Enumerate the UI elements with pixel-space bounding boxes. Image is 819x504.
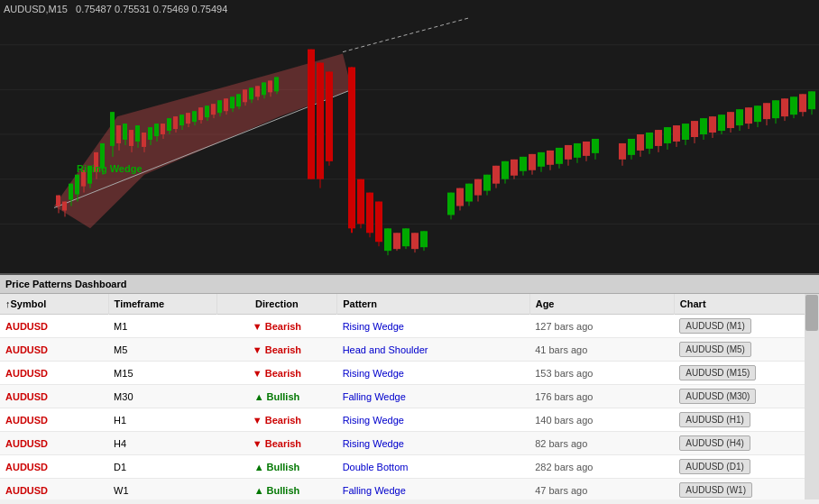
cell-symbol: AUDUSD [0,385,108,408]
svg-rect-50 [186,113,190,124]
cell-pattern: Rising Wedge [337,315,530,338]
svg-rect-74 [262,82,266,95]
chart-button[interactable]: AUDUSD (H4) [679,435,750,451]
cell-chart[interactable]: AUDUSD (M1) [674,315,818,338]
col-symbol[interactable]: ↑Symbol [0,294,108,315]
svg-rect-156 [700,118,707,134]
svg-rect-142 [637,134,644,151]
cell-symbol: AUDUSD [0,408,108,432]
cell-timeframe: M5 [108,338,216,362]
svg-rect-48 [179,115,184,125]
cell-chart[interactable]: AUDUSD (D1) [674,455,818,479]
cell-chart[interactable]: AUDUSD (H1) [674,408,818,432]
cell-age: 282 bars ago [529,455,674,479]
svg-rect-30 [123,124,127,140]
svg-rect-152 [682,124,689,140]
svg-rect-90 [366,193,373,234]
table-row: AUDUSD M15 ▼ Bearish Rising Wedge 153 ba… [0,362,819,385]
chart-header: AUDUSD,M15 0.75487 0.75531 0.75469 0.754… [4,4,227,14]
cell-symbol: AUDUSD [0,362,108,385]
col-timeframe[interactable]: Timeframe [108,294,216,315]
svg-rect-138 [619,143,626,160]
cell-chart[interactable]: AUDUSD (M5) [674,338,818,362]
svg-rect-134 [583,142,590,156]
cell-direction: ▼ Bearish [216,315,336,338]
chart-symbol: AUDUSD,M15 [4,4,68,14]
cell-age: 47 bars ago [529,479,674,500]
col-chart[interactable]: Chart [674,294,818,315]
svg-rect-36 [142,133,146,147]
svg-rect-68 [243,89,247,102]
svg-rect-60 [217,100,222,113]
svg-rect-140 [628,139,635,155]
dashboard-title-text: Price Patterns Dashboard [5,279,127,289]
svg-rect-64 [230,96,235,108]
patterns-table: ↑Symbol Timeframe Direction Pattern Age … [0,294,819,499]
table-row: AUDUSD D1 ▲ Bullish Double Bottom 282 ba… [0,455,819,479]
col-age[interactable]: Age [529,294,674,315]
svg-rect-106 [456,188,464,206]
cell-pattern: Rising Wedge [337,432,530,455]
chart-button[interactable]: AUDUSD (D1) [679,459,750,474]
svg-rect-16 [75,175,79,195]
cell-direction: ▼ Bearish [216,338,336,362]
table-row: AUDUSD H1 ▼ Bearish Rising Wedge 140 bar… [0,408,819,432]
scrollbar[interactable] [805,294,819,499]
svg-rect-52 [192,111,197,122]
chart-button[interactable]: AUDUSD (M30) [679,389,756,404]
svg-rect-86 [348,68,355,229]
cell-direction: ▼ Bearish [216,362,336,385]
svg-rect-70 [249,87,253,99]
table-container[interactable]: ↑Symbol Timeframe Direction Pattern Age … [0,294,819,499]
cell-direction: ▼ Bearish [216,408,336,432]
cell-pattern: Falling Wedge [337,479,530,500]
cell-chart[interactable]: AUDUSD (M30) [674,385,818,408]
col-pattern[interactable]: Pattern [337,294,530,315]
svg-rect-162 [727,112,734,128]
svg-rect-108 [465,184,473,202]
svg-rect-78 [274,77,279,91]
cell-symbol: AUDUSD [0,315,108,338]
svg-rect-76 [268,80,272,92]
cell-direction: ▲ Bullish [216,455,336,479]
table-body: AUDUSD M1 ▼ Bearish Rising Wedge 127 bar… [0,315,819,500]
cell-pattern: Double Bottom [337,455,530,479]
cell-direction: ▲ Bullish [216,479,336,500]
cell-timeframe: M1 [108,315,216,338]
svg-rect-130 [565,145,572,160]
svg-rect-46 [173,116,178,129]
svg-rect-168 [754,105,761,122]
cell-pattern: Rising Wedge [337,408,530,432]
cell-chart[interactable]: AUDUSD (M15) [674,362,818,385]
chart-button[interactable]: AUDUSD (H1) [679,412,750,427]
svg-rect-176 [790,96,797,115]
svg-rect-120 [520,157,527,171]
chart-button[interactable]: AUDUSD (M5) [679,342,751,357]
svg-rect-148 [664,127,671,143]
cell-chart[interactable]: AUDUSD (W1) [674,479,818,500]
svg-rect-104 [447,193,455,215]
svg-rect-80 [308,50,315,179]
dashboard-title: Price Patterns Dashboard [0,275,819,294]
cell-age: 153 bars ago [529,362,674,385]
svg-rect-28 [116,125,121,143]
scrollbar-thumb[interactable] [805,295,818,331]
cell-chart[interactable]: AUDUSD (H4) [674,432,818,455]
svg-rect-44 [167,118,171,131]
svg-rect-126 [547,151,554,165]
svg-rect-40 [154,124,159,136]
svg-rect-100 [411,233,419,249]
svg-rect-116 [502,161,509,179]
svg-rect-158 [709,116,716,133]
cell-age: 127 bars ago [529,315,674,338]
chart-button[interactable]: AUDUSD (M1) [679,318,751,334]
svg-rect-88 [357,179,364,225]
chart-button[interactable]: AUDUSD (M15) [679,365,756,380]
svg-rect-144 [646,133,653,149]
cell-timeframe: M15 [108,362,216,385]
cell-age: 41 bars ago [529,338,674,362]
cell-age: 140 bars ago [529,408,674,432]
col-direction[interactable]: Direction [216,294,336,315]
svg-rect-170 [763,103,770,119]
chart-button[interactable]: AUDUSD (W1) [679,482,752,498]
